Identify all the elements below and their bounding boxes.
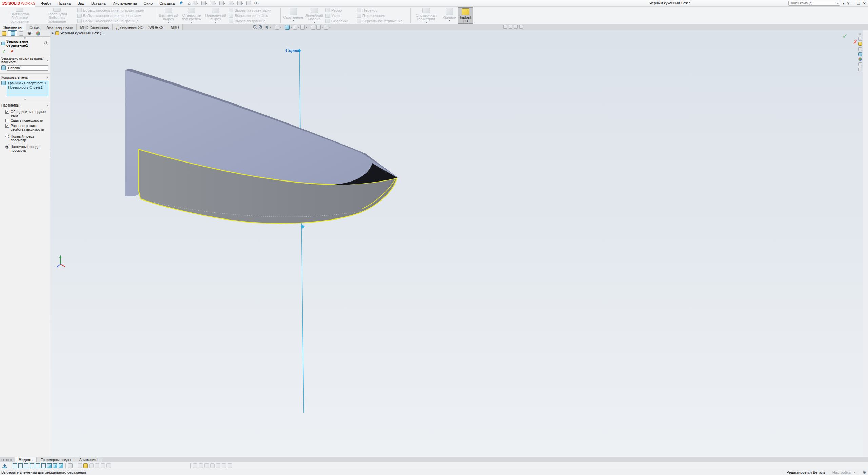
bodies-group-header[interactable]: Копировать тела ▴ [0,74,50,80]
print-icon[interactable] [219,1,224,5]
new-document-caret[interactable]: ▾ [197,2,199,4]
pm-cancel-button[interactable]: ✗ [10,49,14,53]
intersect-button[interactable]: Пересечение [357,14,408,18]
back-view-icon[interactable] [18,463,23,468]
extruded-cut-button[interactable]: Вытянутый вырез ▾ [158,7,179,24]
extruded-boss-button[interactable]: Вытянутая бобышка/основание [1,7,38,24]
thickness-icon[interactable] [228,463,232,468]
open-caret[interactable]: ▾ [206,2,208,4]
menu-insert[interactable]: Вставка [88,1,109,6]
checkbox-knit-surfaces[interactable]: Сшить поверхности [5,119,48,122]
fillet-button[interactable]: Скругление ▾ [282,7,304,24]
swept-boss-button[interactable]: Бобышка/основание по траектории [77,8,153,12]
first-tab-icon[interactable]: |◀ [1,458,4,461]
checkbox-propagate-visual[interactable]: ✓ Распространить свойства видимости [5,124,48,131]
undercut-icon[interactable] [210,463,215,468]
menu-window[interactable]: Окно [140,1,156,6]
pm-ok-button[interactable]: ✓ [2,49,6,53]
tab-evaluate[interactable]: Анализировать [43,24,77,30]
next-tab-icon[interactable]: ▶ [7,458,9,461]
breadcrumb[interactable]: ▶ Черный кухонный нож (... [52,31,104,35]
mirror-button[interactable]: Зеркальное отражение [357,19,408,23]
lofted-boss-button[interactable]: Бобышка/основание по сечениям [77,14,153,18]
zoom-fit-icon[interactable] [253,25,257,30]
revolved-cut-caret[interactable]: ▾ [215,21,216,23]
previous-view-caret[interactable]: ▾ [270,26,271,28]
new-document-icon[interactable] [193,1,197,5]
graphics-area[interactable]: ▶ Черный кухонный нож (... Справа ✓ ✗ « [50,30,863,457]
tab-animation1[interactable]: Анимация1 [75,457,102,462]
restore-icon[interactable]: ❐ [857,1,860,6]
tab-mbd-dimensions[interactable]: MBD Dimensions [77,24,113,30]
display-style-icon[interactable] [293,25,297,30]
section-view-icon[interactable] [275,25,279,30]
trimetric-view-icon[interactable] [59,463,63,468]
shell-button[interactable]: Оболочка [326,19,354,23]
zoom-area-icon[interactable] [258,25,263,30]
view-orientation-caret[interactable]: ▾ [291,26,292,28]
instant3d-button[interactable]: Instant 3D [458,7,473,24]
last-tab-icon[interactable]: ▶| [11,458,13,461]
tab-mbd[interactable]: MBD [167,24,182,30]
spellcheck-icon[interactable] [78,463,82,468]
bottom-view-icon[interactable] [41,463,46,468]
help-icon[interactable]: ? [847,1,849,5]
reference-geometry-caret[interactable]: ▾ [426,21,427,23]
close-icon[interactable]: ✕ [863,1,866,6]
normal-to-icon[interactable] [2,463,7,468]
radio-partial-preview[interactable]: Частичный предв. просмотр [5,145,48,152]
view-settings-caret[interactable]: ▾ [329,26,331,28]
doc-maximize-icon[interactable] [514,25,518,28]
displaymanager-tab-icon[interactable] [34,30,42,36]
right-view-icon[interactable] [30,463,34,468]
revolved-cut-button[interactable]: Повернутый вырез ▾ [204,7,228,24]
print-caret[interactable]: ▾ [224,2,225,4]
performance-icon[interactable] [101,463,105,468]
customize-caret-icon[interactable]: ▴ [854,471,855,474]
featuremanager-tab-icon[interactable] [0,30,8,36]
appearances-icon[interactable] [858,57,862,61]
command-search[interactable]: ▾ [788,1,840,6]
open-icon[interactable] [201,1,206,5]
customize-label[interactable]: Настройка [832,470,851,474]
checkbox-merge-solids[interactable]: ✓ Объединить твердые тела [5,110,48,117]
search-icon[interactable] [835,1,836,5]
menu-file[interactable]: Файл [38,1,54,6]
tab-3dviews[interactable]: Трехмерные виды [37,457,75,462]
hide-show-items-icon[interactable] [300,25,305,30]
radio-full-preview[interactable]: Полный предв. просмотр [5,135,48,142]
confirm-ok-icon[interactable]: ✓ [842,32,848,40]
collapse-chevron-icon[interactable]: « [859,32,861,36]
design-library-icon[interactable] [858,42,862,46]
linear-pattern-button[interactable]: Линейный массив ▾ [304,7,324,24]
doc-restore-icon[interactable] [503,25,507,28]
prev-tab-icon[interactable]: ◀ [5,458,7,461]
hole-wizard-button[interactable]: Отверстие под крепеж ▾ [179,7,204,24]
redo-caret[interactable]: ▾ [242,2,243,4]
perspective-icon[interactable] [68,463,73,468]
options-gear-icon[interactable]: ⚙ [254,1,257,5]
plane-edge-line[interactable] [299,51,304,413]
boundary-boss-button[interactable]: Бобышка/основание на границе [77,19,153,23]
dimxpertmanager-tab-icon[interactable]: ⊕ [25,30,34,36]
menu-view[interactable]: Вид [74,1,87,6]
options-group-header[interactable]: Параметры ▴ [0,102,50,108]
draft-analysis-icon[interactable] [204,463,209,468]
move-copy-button[interactable]: Перенос [357,8,408,12]
pm-help-icon[interactable]: ? [44,41,48,45]
menu-edit[interactable]: Правка [54,1,74,6]
draft-button[interactable]: Уклон [326,14,354,18]
redo-icon[interactable] [237,1,242,5]
tab-addins[interactable]: Добавления SOLIDWORKS [113,24,167,30]
configurationmanager-tab-icon[interactable] [17,30,25,36]
apply-scene-icon[interactable] [316,25,321,30]
mirror-face-group-header[interactable]: Зеркально отразить грань/плоскость ▴ [0,55,50,65]
display-style-caret[interactable]: ▾ [298,26,300,28]
quick-tips-globe-icon[interactable]: ⊕ [863,470,866,475]
section-view-caret[interactable]: ▾ [280,26,282,28]
minimize-icon[interactable]: – [852,1,854,5]
apply-scene-caret[interactable]: ▾ [322,26,323,28]
boundary-cut-button[interactable]: Вырез по границе [229,19,278,23]
edit-appearance-icon[interactable] [311,25,315,30]
curvature-icon[interactable] [106,463,111,468]
